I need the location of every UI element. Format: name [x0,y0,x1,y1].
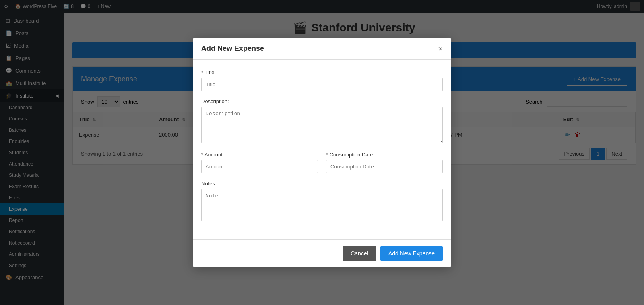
cancel-button[interactable]: Cancel [343,246,376,261]
notes-form-group: Notes: [201,181,443,222]
modal-close-button[interactable]: × [438,45,443,53]
consumption-date-form-group: * Consumption Date: [326,151,443,173]
consumption-date-input[interactable] [326,160,443,173]
modal-footer: Cancel Add New Expense [193,239,451,267]
description-textarea[interactable] [201,107,443,143]
description-label: Description: [201,98,443,104]
title-input[interactable] [201,78,443,91]
modal-overlay[interactable]: Add New Expense × * Title: Description: … [0,0,644,305]
notes-label: Notes: [201,181,443,187]
description-form-group: Description: [201,98,443,144]
amount-label: * Amount : [201,151,318,158]
amount-form-group: * Amount : [201,151,318,173]
modal-header: Add New Expense × [193,38,451,60]
modal-body: * Title: Description: * Amount : * Consu… [193,60,451,239]
title-form-group: * Title: [201,69,443,91]
modal-title: Add New Expense [201,44,264,53]
consumption-date-label: * Consumption Date: [326,151,443,158]
notes-textarea[interactable] [201,189,443,221]
amount-date-row: * Amount : * Consumption Date: [201,151,443,181]
add-expense-modal: Add New Expense × * Title: Description: … [193,38,451,267]
amount-input[interactable] [201,160,318,173]
title-label: * Title: [201,69,443,75]
submit-expense-button[interactable]: Add New Expense [380,246,443,261]
